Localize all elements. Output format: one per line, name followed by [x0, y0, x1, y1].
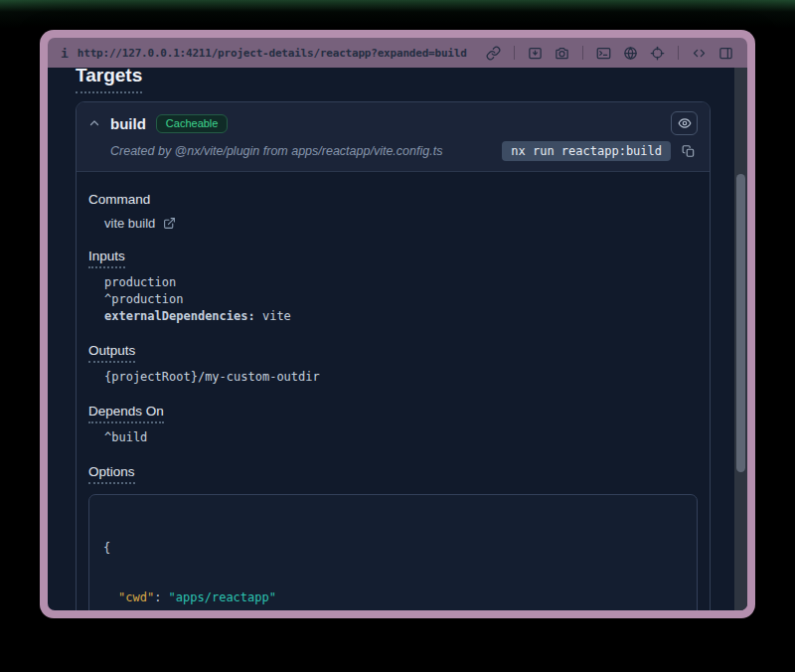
targets-heading: Targets: [76, 68, 142, 93]
input-item: externalDependencies: vite: [104, 308, 698, 325]
desktop-background-glow: [0, 0, 795, 30]
options-heading: Options: [88, 464, 135, 484]
run-command-chip: nx run reactapp:build: [502, 141, 671, 161]
input-value: vite: [255, 309, 291, 323]
scrollbar-track[interactable]: [734, 68, 747, 610]
inputs-heading: Inputs: [88, 249, 125, 268]
command-heading: Command: [88, 192, 150, 207]
info-icon: i: [61, 46, 69, 61]
input-item: production: [104, 274, 698, 291]
build-target-card: build Cacheable Created by @nx/vite/plug…: [76, 101, 711, 610]
input-key: externalDependencies:: [104, 309, 255, 323]
terminal-icon[interactable]: [595, 45, 612, 62]
cacheable-badge: Cacheable: [156, 114, 229, 133]
build-target-body: Command vite build Inputs production ^pr…: [77, 172, 710, 610]
command-value: vite build: [104, 216, 155, 231]
json-line: "cwd": "apps/reactapp": [103, 589, 683, 606]
browser-window: i http://127.0.0.1:4211/project-details/…: [40, 30, 755, 618]
json-line: {: [103, 540, 683, 557]
eye-icon: [678, 116, 692, 130]
output-item: {projectRoot}/my-custom-outdir: [104, 369, 698, 386]
outputs-list: {projectRoot}/my-custom-outdir: [104, 369, 698, 386]
download-icon[interactable]: [527, 45, 544, 62]
copy-command-button[interactable]: [680, 142, 698, 160]
scrollbar-thumb[interactable]: [736, 174, 745, 472]
depends-on-heading: Depends On: [88, 404, 164, 423]
chevron-up-icon: [88, 117, 100, 129]
toolbar-divider: [678, 46, 679, 60]
build-target-header: build Cacheable Created by @nx/vite/plug…: [77, 102, 710, 172]
command-value-row: vite build: [104, 216, 698, 231]
browser-topbar: i http://127.0.0.1:4211/project-details/…: [48, 38, 747, 68]
panel-icon[interactable]: [717, 45, 734, 62]
page-viewport: Targets build Cacheable: [48, 68, 747, 610]
open-config-link[interactable]: [163, 217, 177, 231]
project-details-page: Targets build Cacheable: [48, 68, 734, 610]
created-by-text: Created by @nx/vite/plugin from apps/rea…: [110, 144, 493, 158]
options-json-block: { "cwd": "apps/reactapp" }: [88, 494, 698, 610]
target-name: build: [110, 115, 146, 132]
json-key: "cwd": [118, 590, 154, 604]
outputs-heading: Outputs: [88, 343, 135, 363]
json-value: "apps/reactapp": [169, 590, 276, 604]
code-icon[interactable]: [691, 45, 708, 62]
build-target-subheader: Created by @nx/vite/plugin from apps/rea…: [88, 141, 698, 161]
view-target-button[interactable]: [671, 111, 698, 135]
topbar-toolbar: [485, 45, 734, 62]
camera-icon[interactable]: [554, 45, 570, 62]
link-icon[interactable]: [485, 45, 502, 62]
external-link-icon: [163, 217, 176, 230]
build-target-toggle-row[interactable]: build Cacheable: [88, 111, 698, 135]
depends-on-list: ^build: [104, 429, 698, 446]
inputs-list: production ^production externalDependenc…: [104, 274, 698, 325]
copy-icon: [682, 144, 696, 158]
crosshair-icon[interactable]: [649, 45, 666, 62]
url-bar[interactable]: http://127.0.0.1:4211/project-details/re…: [78, 47, 485, 60]
toolbar-divider: [582, 46, 583, 60]
globe-icon[interactable]: [622, 45, 639, 62]
toolbar-divider: [514, 46, 515, 60]
depends-on-item: ^build: [104, 429, 698, 446]
input-item: ^production: [104, 291, 698, 308]
json-colon: :: [154, 590, 168, 604]
